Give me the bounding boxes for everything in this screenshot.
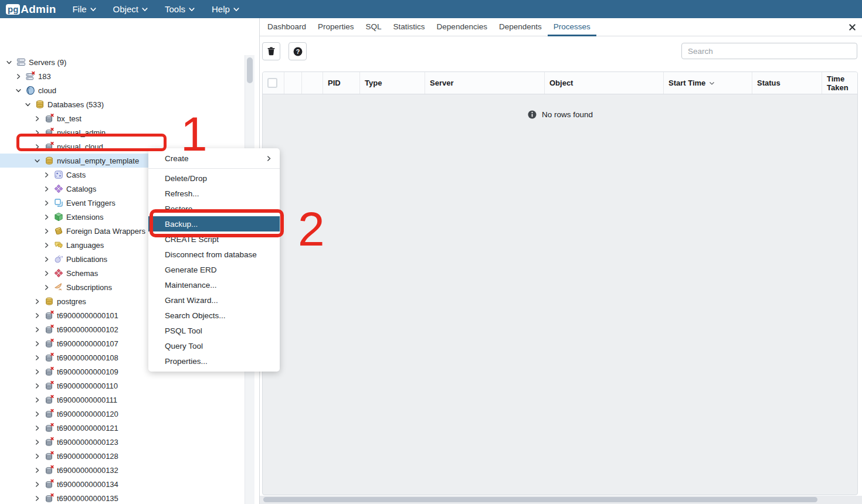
chevron-right-icon[interactable] [33, 453, 41, 459]
column-header-server[interactable]: Server [425, 72, 544, 94]
menu-label: File [72, 4, 86, 14]
tree-item-t69000000000132[interactable]: t69000000000132 [0, 463, 245, 477]
column-header-type[interactable]: Type [359, 72, 425, 94]
chevron-right-icon[interactable] [33, 355, 41, 361]
context-menu-item-restore[interactable]: Restore... [148, 201, 280, 216]
context-menu-item-disconnect-from-database[interactable]: Disconnect from database [148, 247, 280, 262]
column-header-pid[interactable]: PID [323, 72, 359, 94]
tree-scrollbar-thumb[interactable] [247, 57, 253, 83]
tree-item-t69000000000121[interactable]: t69000000000121 [0, 421, 245, 435]
context-menu-item-delete-drop[interactable]: Delete/Drop [148, 171, 280, 186]
chevron-right-icon[interactable] [14, 73, 22, 80]
chevron-right-icon[interactable] [33, 115, 41, 122]
chevron-right-icon[interactable] [42, 228, 50, 234]
chevron-down-icon[interactable] [5, 59, 13, 66]
chevron-right-icon[interactable] [33, 397, 41, 403]
context-menu-item-create[interactable]: Create [148, 148, 280, 169]
tree-item-label: Languages [66, 241, 104, 250]
chevron-right-icon[interactable] [33, 467, 41, 474]
database-disconnected-icon [44, 451, 54, 461]
menu-tools[interactable]: Tools [162, 0, 198, 18]
tree-item-t69000000000135[interactable]: t69000000000135 [0, 491, 245, 504]
context-menu-item-grant-wizard[interactable]: Grant Wizard... [148, 292, 280, 308]
tree-item-t69000000000123[interactable]: t69000000000123 [0, 435, 245, 449]
context-menu-item-maintenance[interactable]: Maintenance... [148, 277, 280, 292]
tree-item-nvisual-admin[interactable]: nvisual_admin [0, 125, 245, 139]
tree-item-t69000000000128[interactable]: t69000000000128 [0, 449, 245, 463]
tree-item-t69000000000110[interactable]: t69000000000110 [0, 379, 245, 393]
menu-file[interactable]: File [70, 0, 99, 18]
chevron-right-icon[interactable] [42, 214, 50, 220]
chevron-right-icon[interactable] [33, 130, 41, 136]
tree-item-t69000000000134[interactable]: t69000000000134 [0, 477, 245, 491]
database-disconnected-icon [44, 465, 54, 475]
chevron-down-icon[interactable] [14, 87, 22, 94]
tree-item-t69000000000111[interactable]: t69000000000111 [0, 393, 245, 407]
context-menu-item-query-tool[interactable]: Query Tool [148, 338, 280, 353]
chevron-right-icon[interactable] [33, 340, 41, 347]
tree-item-bx-test[interactable]: bx_test [0, 111, 245, 125]
chevron-right-icon[interactable] [33, 144, 41, 150]
chevron-right-icon[interactable] [33, 411, 41, 417]
chevron-right-icon[interactable] [42, 270, 50, 277]
column-header-blank-1 [284, 72, 301, 94]
menu-label: Tools [165, 4, 185, 14]
context-menu-item-properties[interactable]: Properties... [148, 353, 280, 369]
chevron-right-icon[interactable] [42, 256, 50, 263]
chevron-right-icon[interactable] [33, 439, 41, 445]
horizontal-scrollbar-thumb[interactable] [263, 497, 817, 502]
tree-item-databases-533[interactable]: Databases (533) [0, 97, 245, 111]
horizontal-scrollbar[interactable] [260, 496, 862, 504]
tab-dependencies[interactable]: Dependencies [431, 18, 493, 36]
help-button[interactable]: ? [289, 42, 307, 60]
tree-item-t69000000000120[interactable]: t69000000000120 [0, 407, 245, 421]
chevron-right-icon[interactable] [33, 312, 41, 319]
close-icon[interactable] [848, 23, 857, 32]
chevron-right-icon[interactable] [33, 369, 41, 375]
select-all-checkbox[interactable] [267, 78, 277, 88]
tree-item-cloud[interactable]: cloud [0, 83, 245, 97]
context-menu-item-create-script[interactable]: CREATE Script [148, 231, 280, 247]
tree-item-label: Casts [66, 171, 86, 179]
tree-item-servers-9[interactable]: Servers (9) [0, 55, 245, 69]
chevron-right-icon[interactable] [33, 481, 41, 488]
context-menu-item-refresh[interactable]: Refresh... [148, 186, 280, 201]
chevron-right-icon[interactable] [42, 242, 50, 248]
context-menu-item-label: PSQL Tool [165, 326, 202, 335]
trash-icon [266, 46, 276, 56]
chevron-down-icon[interactable] [33, 158, 41, 164]
context-menu-item-generate-erd[interactable]: Generate ERD [148, 262, 280, 277]
chevron-right-icon[interactable] [33, 495, 41, 502]
chevron-right-icon[interactable] [42, 186, 50, 192]
column-header-time-taken[interactable]: Time Taken [822, 72, 857, 94]
context-menu-item-backup[interactable]: Backup... [148, 216, 280, 231]
tab-dependents[interactable]: Dependents [493, 18, 548, 36]
context-menu-item-search-objects[interactable]: Search Objects... [148, 308, 280, 323]
chevron-right-icon[interactable] [42, 172, 50, 178]
chevron-right-icon[interactable] [42, 284, 50, 291]
chevron-right-icon[interactable] [33, 298, 41, 305]
tab-properties[interactable]: Properties [312, 18, 360, 36]
menu-help[interactable]: Help [209, 0, 242, 18]
chevron-right-icon[interactable] [33, 425, 41, 431]
column-header-start-time[interactable]: Start Time [663, 72, 752, 94]
menu-object[interactable]: Object [111, 0, 151, 18]
chevron-right-icon[interactable] [33, 326, 41, 333]
svg-text:?: ? [296, 47, 300, 55]
tab-statistics[interactable]: Statistics [388, 18, 431, 36]
database-disconnected-icon [44, 325, 54, 334]
chevron-right-icon[interactable] [42, 200, 50, 206]
tree-item-label: t69000000000108 [57, 353, 118, 362]
tab-dashboard[interactable]: Dashboard [262, 18, 312, 36]
tab-sql[interactable]: SQL [360, 18, 388, 36]
help-icon: ? [293, 46, 303, 57]
tree-item-183[interactable]: 183 [0, 69, 245, 83]
column-header-object[interactable]: Object [544, 72, 663, 94]
chevron-right-icon[interactable] [33, 383, 41, 389]
column-header-status[interactable]: Status [752, 72, 822, 94]
context-menu-item-psql-tool[interactable]: PSQL Tool [148, 323, 280, 338]
chevron-down-icon[interactable] [23, 101, 32, 108]
tab-processes[interactable]: Processes [548, 18, 596, 36]
delete-process-button[interactable] [262, 42, 280, 60]
search-input[interactable] [681, 43, 857, 59]
